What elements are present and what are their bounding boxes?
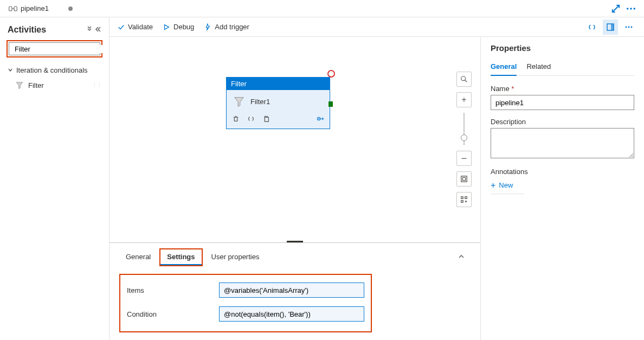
collapse-panel-icon[interactable]: [95, 26, 101, 34]
chevron-down-icon: [8, 67, 13, 74]
collapse-panel-button[interactable]: [458, 253, 471, 262]
toolbar-more-button[interactable]: [621, 20, 636, 35]
tab-user-properties[interactable]: User properties: [205, 249, 266, 265]
filter-activity-node[interactable]: Filter Filter1: [226, 77, 330, 129]
add-trigger-button[interactable]: Add trigger: [204, 23, 249, 31]
svg-point-15: [461, 76, 466, 81]
properties-panel: Properties General Related Name Descript…: [480, 37, 644, 340]
svg-point-4: [630, 8, 632, 10]
fit-to-screen-button[interactable]: [456, 171, 472, 187]
name-label: Name: [491, 85, 634, 93]
validation-error-icon: [327, 70, 335, 78]
zoom-out-button[interactable]: −: [456, 151, 472, 166]
properties-title: Properties: [491, 43, 634, 53]
drag-handle-icon[interactable]: ⋮⋮: [92, 82, 101, 89]
condition-expression-input[interactable]: [219, 306, 364, 322]
activity-details-panel: General Settings User properties Items: [110, 242, 480, 340]
svg-point-3: [627, 8, 629, 10]
settings-tab-highlight: Settings: [159, 248, 202, 266]
pipeline-name-input[interactable]: [491, 95, 634, 110]
svg-line-16: [465, 80, 467, 82]
delete-button[interactable]: [232, 115, 240, 124]
code-view-button[interactable]: [584, 20, 600, 35]
items-label: Items: [127, 286, 219, 294]
clone-button[interactable]: [262, 115, 270, 124]
svg-rect-1: [14, 7, 17, 11]
annotations-label: Annotations: [491, 168, 634, 176]
auto-align-button[interactable]: [456, 192, 472, 207]
svg-rect-17: [461, 176, 467, 182]
add-annotation-button[interactable]: + New: [491, 181, 524, 194]
svg-rect-21: [461, 201, 463, 203]
tab-general[interactable]: General: [119, 249, 157, 265]
pipeline-icon: [9, 5, 17, 12]
svg-point-12: [631, 26, 633, 28]
canvas-controls: + −: [456, 72, 472, 207]
search-highlight: [7, 40, 102, 57]
filter-icon: [15, 81, 24, 89]
props-tab-related[interactable]: Related: [526, 59, 551, 76]
document-tab-bar: pipeline1: [0, 0, 644, 17]
pipeline-tab[interactable]: pipeline1: [4, 2, 77, 15]
svg-rect-20: [465, 197, 467, 199]
validate-button[interactable]: Validate: [117, 23, 153, 31]
filter-icon: [233, 95, 245, 107]
pipeline-canvas[interactable]: Filter Filter1: [110, 37, 480, 242]
activities-search-input[interactable]: [12, 45, 106, 53]
svg-point-10: [626, 26, 627, 28]
props-tab-general[interactable]: General: [491, 59, 517, 76]
resize-handle[interactable]: [287, 241, 303, 242]
category-iteration-conditionals[interactable]: Iteration & conditionals: [4, 63, 105, 78]
svg-rect-18: [462, 177, 465, 180]
zoom-in-button[interactable]: +: [456, 92, 472, 107]
debug-button[interactable]: Debug: [163, 23, 194, 31]
description-label: Description: [491, 118, 634, 126]
svg-rect-9: [611, 24, 614, 30]
code-button[interactable]: [247, 115, 255, 124]
svg-point-11: [628, 26, 630, 28]
success-connector[interactable]: [329, 101, 333, 107]
expand-all-icon[interactable]: [86, 26, 93, 34]
tab-settings[interactable]: Settings: [160, 249, 201, 265]
svg-point-5: [634, 8, 636, 10]
pipeline-description-input[interactable]: [491, 128, 634, 158]
activity-item-filter[interactable]: Filter ⋮⋮: [4, 78, 105, 93]
properties-toggle-button[interactable]: [603, 20, 618, 35]
expand-icon[interactable]: [610, 3, 621, 14]
items-expression-input[interactable]: [219, 283, 364, 298]
canvas-search-button[interactable]: [456, 72, 472, 87]
svg-rect-19: [461, 197, 463, 199]
execute-button[interactable]: [317, 115, 324, 124]
activities-title: Activities: [8, 25, 46, 35]
more-icon[interactable]: [626, 3, 636, 14]
pipeline-tab-title: pipeline1: [21, 4, 49, 12]
canvas-toolbar: Validate Debug Add trigger: [110, 17, 644, 37]
zoom-slider[interactable]: [463, 113, 465, 145]
svg-rect-0: [9, 7, 12, 11]
settings-highlight: Items Condition: [119, 274, 372, 332]
node-name: Filter1: [250, 98, 270, 106]
svg-rect-13: [265, 117, 268, 121]
node-type-label: Filter: [227, 78, 330, 90]
condition-label: Condition: [127, 310, 219, 318]
unsaved-indicator-icon: [68, 7, 73, 11]
activities-panel: Activities Iteration & conditionals: [0, 17, 110, 340]
